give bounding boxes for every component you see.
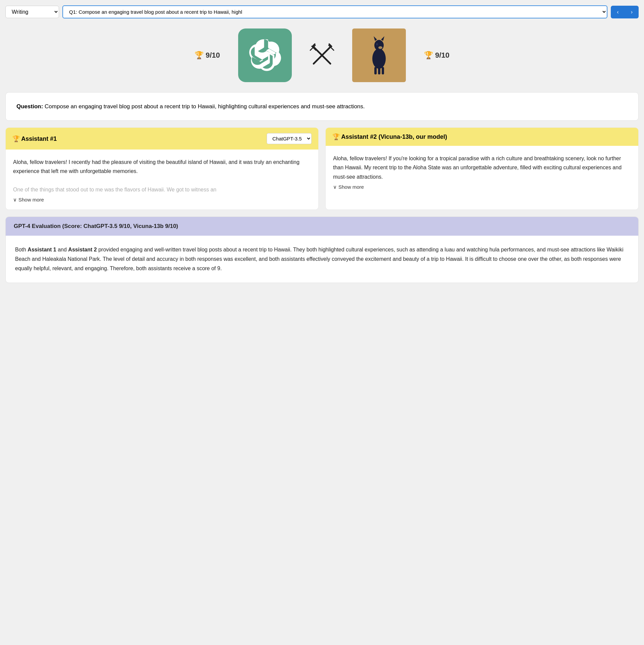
score-left: 🏆 9/10: [195, 51, 228, 60]
svg-rect-14: [374, 67, 377, 74]
chevron-down-icon2: ∨: [333, 184, 337, 190]
evaluation-body: Both Assistant 1 and Assistant 2 provide…: [6, 236, 638, 283]
evaluation-section: GPT-4 Evaluation (Score: ChatGPT-3.5 9/1…: [5, 217, 639, 283]
model2-logo: [352, 28, 406, 82]
question-box: Question: Compose an engaging travel blo…: [5, 92, 639, 121]
assistant1-body: Aloha, fellow travelers! I recently had …: [6, 150, 318, 210]
vicuna-icon: [362, 34, 396, 77]
assistant2-card: 🏆 Assistant #2 (Vicuna-13b, our model) A…: [325, 127, 639, 210]
question-select[interactable]: Q1: Compose an engaging travel blog post…: [62, 5, 607, 18]
model1-logo: [238, 28, 292, 82]
svg-rect-16: [382, 67, 384, 74]
svg-marker-9: [374, 36, 377, 41]
svg-point-13: [378, 46, 382, 49]
category-select[interactable]: Writing: [5, 6, 59, 18]
swords-icon: [309, 42, 335, 69]
svg-point-8: [374, 40, 384, 51]
models-row: 🏆 9/10: [5, 25, 639, 85]
next-button[interactable]: ›: [625, 6, 639, 18]
evaluation-body-text: provided engaging and well-written trave…: [15, 247, 623, 271]
svg-rect-15: [378, 67, 380, 74]
evaluation-header-text: GPT-4 Evaluation (Score: ChatGPT-3.5 9/1…: [14, 223, 178, 229]
assistant2-text-main: Aloha, fellow travelers! If you're looki…: [333, 154, 631, 181]
question-text: Compose an engaging travel blog post abo…: [45, 103, 365, 110]
svg-marker-10: [381, 36, 384, 41]
assistant2-header: 🏆 Assistant #2 (Vicuna-13b, our model): [326, 128, 638, 146]
top-bar: Writing Q1: Compose an engaging travel b…: [5, 5, 639, 18]
chevron-down-icon: ∨: [13, 197, 17, 203]
nav-buttons: ‹ ›: [611, 6, 639, 18]
assistant2-body: Aloha, fellow travelers! If you're looki…: [326, 146, 638, 197]
evaluation-header: GPT-4 Evaluation (Score: ChatGPT-3.5 9/1…: [6, 217, 638, 236]
show-more-label: Show more: [18, 197, 44, 202]
show-more-label2: Show more: [338, 184, 364, 190]
assistant1-show-more-button[interactable]: ∨ Show more: [13, 194, 44, 204]
assistant1-model-select[interactable]: ChatGPT-3.5: [267, 133, 312, 144]
assistant1-title: 🏆 Assistant #1: [12, 135, 57, 142]
evaluation-text: Both Assistant 1 and Assistant 2 provide…: [15, 245, 629, 273]
svg-point-12: [376, 43, 378, 46]
trophy-left-icon: 🏆: [195, 51, 204, 60]
score-right-value: 9/10: [435, 51, 449, 60]
question-label: Question:: [16, 103, 43, 110]
assistant1-text-main: Aloha, fellow travelers! I recently had …: [13, 158, 311, 176]
svg-rect-11: [377, 50, 381, 55]
assistant1-card: 🏆 Assistant #1 ChatGPT-3.5 Aloha, fellow…: [5, 127, 319, 210]
openai-icon: [248, 39, 282, 72]
score-right: 🏆 9/10: [416, 51, 449, 60]
assistant2-show-more-button[interactable]: ∨ Show more: [333, 181, 364, 191]
trophy-right-icon: 🏆: [424, 51, 433, 60]
assistant2-title: 🏆 Assistant #2 (Vicuna-13b, our model): [332, 133, 447, 140]
assistant1-header: 🏆 Assistant #1 ChatGPT-3.5: [6, 128, 318, 150]
assistants-row: 🏆 Assistant #1 ChatGPT-3.5 Aloha, fellow…: [5, 127, 639, 210]
assistant1-text-faded: One of the things that stood out to me w…: [13, 185, 311, 194]
vs-icon: [309, 42, 335, 69]
score-left-value: 9/10: [206, 51, 220, 60]
prev-button[interactable]: ‹: [611, 6, 625, 18]
